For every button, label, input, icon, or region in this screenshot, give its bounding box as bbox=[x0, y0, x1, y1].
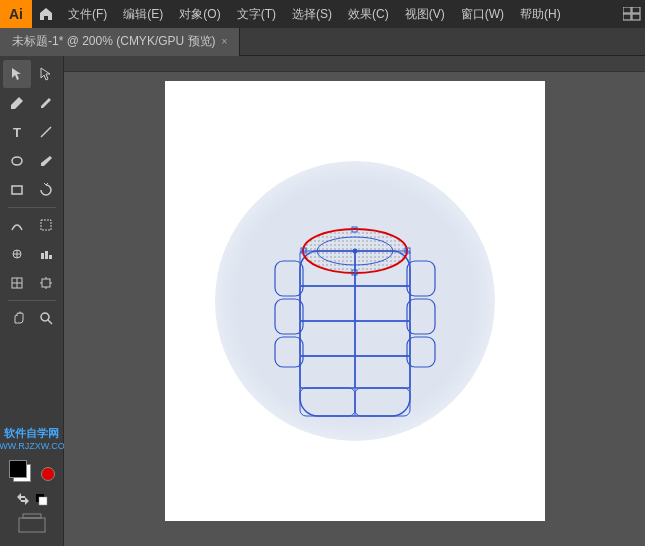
svg-rect-1 bbox=[632, 7, 640, 13]
line-tool[interactable] bbox=[32, 118, 60, 146]
tool-separator-2 bbox=[8, 300, 56, 301]
layout-icon[interactable] bbox=[623, 7, 641, 21]
svg-rect-48 bbox=[275, 261, 303, 296]
menu-bar: 文件(F) 编辑(E) 对象(O) 文字(T) 选择(S) 效果(C) 视图(V… bbox=[60, 0, 569, 28]
symbol-tool[interactable] bbox=[3, 240, 31, 268]
watermark-line2: WWW.RJZXW.COM bbox=[0, 441, 72, 451]
svg-rect-11 bbox=[41, 253, 44, 259]
canvas-page bbox=[165, 81, 545, 521]
tool-separator-1 bbox=[8, 207, 56, 208]
menu-view[interactable]: 视图(V) bbox=[397, 0, 453, 28]
svg-line-4 bbox=[41, 127, 51, 137]
canvas-area[interactable] bbox=[64, 56, 645, 546]
svg-rect-25 bbox=[39, 497, 47, 505]
direct-select-tool[interactable] bbox=[32, 60, 60, 88]
svg-rect-53 bbox=[407, 337, 435, 367]
watermark-line1: 软件自学网 bbox=[0, 426, 72, 441]
svg-rect-26 bbox=[19, 518, 45, 532]
svg-rect-12 bbox=[45, 251, 48, 259]
brush-tool[interactable] bbox=[32, 147, 60, 175]
tool-group-type: T bbox=[3, 118, 60, 146]
pen-tool[interactable] bbox=[3, 89, 31, 117]
svg-rect-42 bbox=[300, 388, 355, 416]
warp-tool[interactable] bbox=[3, 211, 31, 239]
svg-line-23 bbox=[48, 320, 52, 324]
artboard-controls-icon bbox=[17, 512, 47, 534]
tool-group-rect bbox=[3, 176, 60, 204]
menu-help[interactable]: 帮助(H) bbox=[512, 0, 569, 28]
tab-title: 未标题-1* @ 200% (CMYK/GPU 预览) bbox=[12, 33, 216, 50]
rotate-tool[interactable] bbox=[32, 176, 60, 204]
artboard-nav bbox=[17, 512, 47, 538]
svg-rect-50 bbox=[275, 337, 303, 367]
main-area: T bbox=[0, 56, 645, 546]
svg-rect-40 bbox=[300, 321, 355, 356]
hand-tool[interactable] bbox=[3, 304, 31, 332]
svg-rect-44 bbox=[355, 286, 410, 321]
tab-bar: 未标题-1* @ 200% (CMYK/GPU 预览) × bbox=[0, 28, 645, 56]
svg-rect-13 bbox=[49, 255, 52, 259]
tool-swap-area bbox=[16, 492, 48, 506]
color-swatches bbox=[9, 460, 55, 488]
tool-group-hand bbox=[3, 304, 60, 332]
menu-file[interactable]: 文件(F) bbox=[60, 0, 115, 28]
menu-object[interactable]: 对象(O) bbox=[171, 0, 228, 28]
tab-close-button[interactable]: × bbox=[222, 36, 228, 47]
svg-rect-47 bbox=[355, 388, 410, 416]
slice-tool[interactable] bbox=[3, 269, 31, 297]
svg-rect-27 bbox=[23, 514, 41, 518]
svg-rect-3 bbox=[632, 14, 640, 20]
select-tool[interactable] bbox=[3, 60, 31, 88]
svg-rect-45 bbox=[355, 321, 410, 356]
default-colors-icon[interactable] bbox=[34, 492, 48, 506]
title-bar: Ai 文件(F) 编辑(E) 对象(O) 文字(T) 选择(S) 效果(C) 视… bbox=[0, 0, 645, 28]
svg-rect-6 bbox=[12, 186, 22, 194]
home-button[interactable] bbox=[32, 0, 60, 28]
svg-point-22 bbox=[41, 313, 49, 321]
color-area bbox=[5, 456, 59, 542]
top-ruler bbox=[64, 56, 645, 72]
svg-rect-7 bbox=[41, 220, 51, 230]
column-graph-tool[interactable] bbox=[32, 240, 60, 268]
menu-effect[interactable]: 效果(C) bbox=[340, 0, 397, 28]
rect-tool[interactable] bbox=[3, 176, 31, 204]
tool-group-pen bbox=[3, 89, 60, 117]
svg-rect-41 bbox=[300, 356, 355, 388]
svg-rect-49 bbox=[275, 299, 303, 334]
tool-group-selection bbox=[3, 60, 60, 88]
tool-group-shape bbox=[3, 147, 60, 175]
free-transform-tool[interactable] bbox=[32, 211, 60, 239]
tool-group-warp bbox=[3, 211, 60, 239]
none-swatch[interactable] bbox=[41, 467, 55, 481]
svg-rect-2 bbox=[623, 14, 631, 20]
zoom-tool[interactable] bbox=[32, 304, 60, 332]
document-tab[interactable]: 未标题-1* @ 200% (CMYK/GPU 预览) × bbox=[0, 28, 240, 56]
svg-rect-17 bbox=[42, 279, 50, 287]
menu-window[interactable]: 窗口(W) bbox=[453, 0, 512, 28]
svg-rect-0 bbox=[623, 7, 631, 13]
svg-rect-39 bbox=[300, 286, 355, 321]
left-toolbar: T bbox=[0, 56, 64, 546]
tool-group-symbol bbox=[3, 240, 60, 268]
tool-group-slice bbox=[3, 269, 60, 297]
svg-rect-46 bbox=[355, 356, 410, 388]
app-logo: Ai bbox=[0, 0, 32, 28]
swap-colors-icon[interactable] bbox=[16, 492, 30, 506]
artboard-tool[interactable] bbox=[32, 269, 60, 297]
menu-text[interactable]: 文字(T) bbox=[229, 0, 284, 28]
svg-rect-52 bbox=[407, 299, 435, 334]
menu-edit[interactable]: 编辑(E) bbox=[115, 0, 171, 28]
svg-point-5 bbox=[12, 157, 22, 165]
fill-swatch-black[interactable] bbox=[9, 460, 27, 478]
type-tool[interactable]: T bbox=[3, 118, 31, 146]
svg-rect-51 bbox=[407, 261, 435, 296]
ellipse-tool[interactable] bbox=[3, 147, 31, 175]
pencil-tool[interactable] bbox=[32, 89, 60, 117]
menu-select[interactable]: 选择(S) bbox=[284, 0, 340, 28]
jacket-illustration bbox=[245, 151, 465, 451]
